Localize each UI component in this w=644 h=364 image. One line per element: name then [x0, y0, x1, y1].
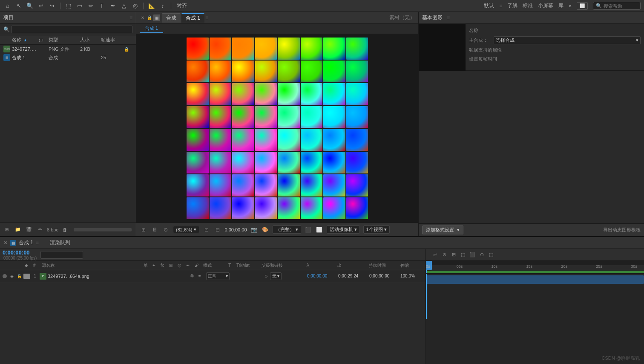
roto-brush-icon[interactable]: △: [120, 2, 128, 10]
track-pen-1[interactable]: ✒: [198, 274, 205, 278]
ctrl-icon-1[interactable]: ⇌: [431, 251, 439, 259]
timeline-x-icon[interactable]: ✕: [3, 240, 8, 246]
track-mode-1[interactable]: 正常 ▾: [206, 272, 230, 280]
zoom-selector[interactable]: (82.6%) ▾: [173, 226, 199, 233]
text-tool-icon[interactable]: T: [98, 2, 106, 10]
ctrl-icon-6[interactable]: ⊙: [478, 251, 486, 259]
col-type-header: 类型: [49, 37, 78, 43]
color-cell-1-4: [278, 61, 300, 83]
file-item-comp[interactable]: ▦ 合成 1 合成 25: [0, 53, 136, 62]
snapshot-icon[interactable]: 📷: [250, 226, 258, 234]
warp-icon[interactable]: ↕: [158, 2, 167, 10]
main-comp-select[interactable]: 选择合成 ▾: [494, 36, 641, 44]
preset-small-screen[interactable]: 小屏幕: [538, 2, 553, 9]
color-cell-5-5: [301, 152, 323, 174]
scroll-bar[interactable]: [74, 228, 132, 231]
undo-icon[interactable]: ↩: [37, 2, 45, 10]
puppet-tool-icon[interactable]: ◎: [131, 2, 139, 10]
file-item-png[interactable]: PNG 3249727...64a.png PNG 文件 2 KB 🔒: [0, 45, 136, 53]
comp-lock-btn[interactable]: 🔒: [147, 15, 152, 21]
ctrl-icon-2[interactable]: ⊙: [440, 251, 448, 259]
track-lock-1[interactable]: 🔓: [16, 274, 22, 279]
pencil-icon[interactable]: ✏: [36, 225, 44, 234]
overlay-icon[interactable]: ⬜: [316, 226, 323, 234]
project-menu-icon[interactable]: ≡: [129, 15, 132, 21]
view-label: 1个视图: [366, 226, 383, 233]
timeline-menu-icon[interactable]: ≡: [36, 240, 39, 246]
zoom-tool-icon[interactable]: 🔍: [26, 2, 34, 10]
footage-icon[interactable]: 🎬: [25, 225, 33, 234]
new-comp-icon[interactable]: ⊞: [3, 225, 11, 234]
frame-icon[interactable]: ⬜: [577, 2, 588, 10]
camera-selector[interactable]: 活动摄像机 ▾: [327, 225, 360, 234]
timeline-search-input[interactable]: [40, 251, 83, 259]
camera-track-icon[interactable]: 📐: [147, 2, 156, 10]
comp-close-btn[interactable]: ✕: [140, 15, 146, 21]
project-search-input[interactable]: [12, 26, 132, 33]
comp-menu-icon[interactable]: ≡: [205, 15, 208, 21]
quality-selector[interactable]: （完整） ▾: [273, 225, 301, 234]
add-format-btn[interactable]: 添加格式设置 ▾: [422, 225, 463, 234]
comp-tab-1[interactable]: 合成: [162, 13, 181, 23]
preset-learn[interactable]: 了解: [507, 2, 518, 9]
color-cell-4-0: [187, 129, 209, 151]
track-parent-val-1[interactable]: 无 ▾: [270, 272, 282, 280]
link2-row: 设置每帧时间: [469, 56, 641, 62]
bezier-pen-icon[interactable]: ✒: [109, 2, 117, 10]
fit-icon[interactable]: ⊡: [203, 226, 210, 234]
export-btn[interactable]: 导出动态图形模板: [603, 227, 641, 233]
right-panel-menu-icon[interactable]: ≡: [447, 15, 450, 21]
more-presets-icon[interactable]: »: [569, 3, 572, 9]
rect-tool-icon[interactable]: ⬚: [64, 2, 73, 10]
hdr-fx: fx: [161, 263, 167, 268]
work-area-bar[interactable]: [426, 270, 644, 274]
tab-comp1[interactable]: 合成 1: [140, 24, 163, 33]
preset-standard[interactable]: 标准: [523, 2, 533, 9]
color-wheel-icon[interactable]: 🎨: [262, 226, 269, 234]
folder-icon[interactable]: 📁: [14, 225, 22, 234]
color-cell-3-0: [187, 106, 209, 128]
hdr-star: ✦: [152, 263, 159, 268]
search-input[interactable]: [604, 3, 638, 9]
monitor-icon[interactable]: 🖥: [151, 226, 158, 234]
ctrl-icon-7[interactable]: ⬚: [487, 251, 495, 259]
snap-icon[interactable]: ⊞: [140, 226, 147, 234]
track-color-1[interactable]: [23, 274, 30, 279]
track-audio-1[interactable]: ◉: [9, 274, 15, 279]
comp-tab-active[interactable]: 合成 1: [181, 13, 204, 23]
project-panel-header: 项目 ≡: [0, 12, 136, 24]
ctrl-icon-4[interactable]: ⬚: [459, 251, 467, 259]
preset-library[interactable]: 库: [558, 2, 564, 9]
track-vis-1[interactable]: [2, 274, 8, 279]
select-tool-icon[interactable]: ↖: [14, 2, 23, 10]
time-sub: 00000 (25.00 fps): [3, 256, 39, 260]
sort-icon: ▲: [23, 38, 27, 42]
pen-tool-icon[interactable]: ✏: [86, 2, 95, 10]
playhead-line-1: [426, 270, 427, 273]
layer-bar-1[interactable]: [426, 275, 644, 284]
preset-menu[interactable]: ≡: [499, 3, 502, 9]
project-search-bar: 🔍: [0, 24, 136, 35]
track-mode-val-1: 正常: [208, 273, 216, 279]
expand-icon[interactable]: ⊟: [214, 226, 221, 234]
track-parent-lock-1[interactable]: ⊙: [263, 273, 269, 279]
color-cell-4-6: [323, 129, 345, 151]
home-icon[interactable]: ⌂: [3, 2, 12, 10]
link1[interactable]: 独居支持的属性: [469, 47, 502, 53]
link2[interactable]: 设置每帧时间: [469, 56, 497, 62]
ctrl-icon-5[interactable]: ⬛: [469, 251, 476, 259]
view-selector[interactable]: 1个视图 ▾: [363, 225, 390, 234]
checkerboard-icon[interactable]: ⬛: [305, 226, 312, 234]
ctrl-icon-3[interactable]: ⊞: [450, 251, 457, 259]
render-queue-btn[interactable]: 渲染队列: [50, 239, 70, 246]
preset-default[interactable]: 默认: [484, 2, 494, 9]
color-cell-4-1: [210, 129, 232, 151]
color-cell-2-6: [323, 83, 345, 105]
color-cell-4-3: [255, 129, 277, 151]
trash-icon[interactable]: 🗑: [61, 225, 69, 234]
playhead-line-2: [426, 274, 427, 319]
time-display[interactable]: 0:00:00:00: [3, 249, 39, 256]
shape-tool-icon[interactable]: ▭: [75, 2, 84, 10]
camera-icon[interactable]: ⊙: [162, 226, 170, 234]
redo-icon[interactable]: ↪: [48, 2, 56, 10]
